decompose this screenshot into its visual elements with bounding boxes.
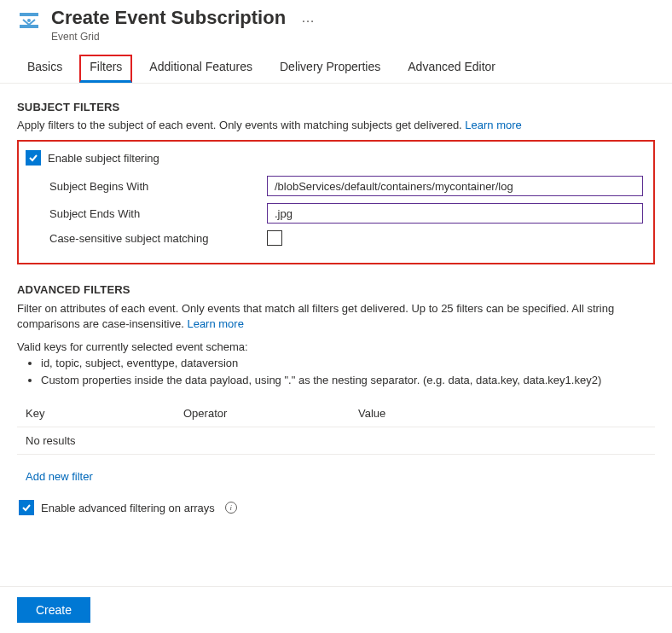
footer: Create [0, 586, 672, 633]
svg-point-2 [27, 19, 31, 22]
more-actions-button[interactable]: … [301, 10, 316, 26]
page-title: Create Event Subscription [51, 7, 286, 29]
svg-rect-0 [20, 13, 38, 16]
valid-key-item: Custom properties inside the data payloa… [41, 372, 655, 389]
enable-array-filtering-checkbox[interactable] [19, 500, 34, 515]
subject-ends-with-input[interactable] [267, 203, 643, 224]
filters-col-key: Key [26, 407, 183, 420]
advanced-learn-more-link[interactable]: Learn more [187, 317, 243, 330]
filters-no-results: No results [17, 427, 655, 455]
eventgrid-icon [17, 9, 41, 32]
info-icon[interactable]: i [225, 502, 237, 514]
filters-table: Key Operator Value No results [17, 400, 655, 455]
advanced-filters-heading: ADVANCED FILTERS [17, 283, 655, 296]
page-subtitle: Event Grid [51, 31, 655, 43]
filters-col-operator: Operator [183, 407, 358, 420]
subject-filters-desc: Apply filters to the subject of each eve… [17, 119, 655, 131]
tab-delivery-properties[interactable]: Delivery Properties [269, 55, 391, 83]
case-sensitive-label: Case-sensitive subject matching [49, 232, 267, 245]
page-header: Create Event Subscription … Event Grid [0, 0, 672, 43]
advanced-filters-desc: Filter on attributes of each event. Only… [17, 301, 655, 332]
subject-ends-with-label: Subject Ends With [49, 207, 267, 220]
subject-filters-panel: Enable subject filtering Subject Begins … [17, 140, 655, 264]
subject-filters-heading: SUBJECT FILTERS [17, 101, 655, 113]
valid-keys-title: Valid keys for currently selected event … [17, 340, 655, 353]
tab-filters[interactable]: Filters [79, 55, 132, 83]
subject-begins-with-input[interactable] [267, 176, 643, 196]
valid-keys-block: Valid keys for currently selected event … [17, 340, 655, 388]
tab-additional-features[interactable]: Additional Features [139, 55, 263, 83]
case-sensitive-checkbox[interactable] [267, 230, 282, 246]
tab-advanced-editor[interactable]: Advanced Editor [397, 55, 506, 83]
valid-key-item: id, topic, subject, eventtype, dataversi… [41, 355, 655, 372]
filters-col-value: Value [358, 407, 646, 420]
tab-bar: Basics Filters Additional Features Deliv… [0, 43, 672, 84]
enable-subject-filtering-checkbox[interactable] [26, 150, 41, 166]
tab-basics[interactable]: Basics [17, 55, 72, 83]
enable-array-filtering-label: Enable advanced filtering on arrays [41, 502, 215, 514]
enable-subject-filtering-label: Enable subject filtering [48, 152, 159, 165]
subject-begins-with-label: Subject Begins With [49, 180, 267, 193]
create-button[interactable]: Create [17, 597, 90, 623]
subject-learn-more-link[interactable]: Learn more [465, 119, 521, 131]
add-new-filter-link[interactable]: Add new filter [17, 463, 655, 491]
